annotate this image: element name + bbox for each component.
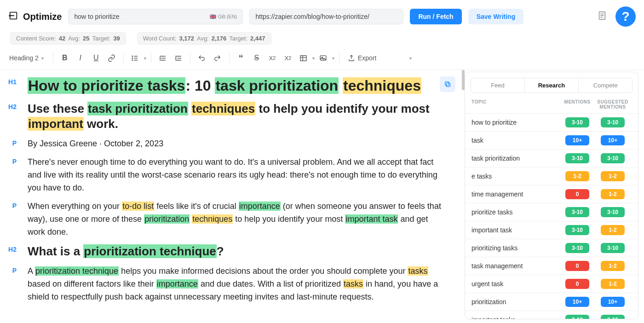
help-button[interactable]: ? xyxy=(615,6,636,27)
indent-button[interactable] xyxy=(156,51,170,65)
exit-icon[interactable] xyxy=(8,11,18,23)
svg-rect-8 xyxy=(446,83,450,87)
mentions-badge: 3-10 xyxy=(565,243,589,253)
topic-name: task prioritization xyxy=(472,155,561,162)
heading-2[interactable]: What is a prioritization technique? xyxy=(28,244,442,260)
topic-row[interactable]: time management01-2 xyxy=(465,185,638,203)
suggested-badge: 10+ xyxy=(601,135,625,145)
block-tag-h1: H1 xyxy=(3,76,17,86)
chevron-down-icon[interactable]: ▾ xyxy=(144,56,146,61)
superscript-button[interactable]: X2 xyxy=(281,51,295,65)
suggested-badge: 10+ xyxy=(601,297,625,307)
topic-row[interactable]: e tasks1-21-2 xyxy=(465,167,638,185)
mentions-badge: 10+ xyxy=(565,135,589,145)
bullet-list-button[interactable] xyxy=(128,51,142,65)
topic-row[interactable]: task management01-2 xyxy=(465,257,638,275)
topic-row[interactable]: task10+10+ xyxy=(465,131,638,149)
topic-name: prioritize tasks xyxy=(472,208,561,216)
suggested-badge: 3-10 xyxy=(601,153,625,163)
topic-name: urgent task xyxy=(472,280,561,288)
bold-button[interactable]: B xyxy=(58,51,72,65)
topic-row[interactable]: important tasks3-103-10 xyxy=(465,311,638,319)
mentions-badge: 1-2 xyxy=(565,171,589,181)
block-tag-p: P xyxy=(3,200,17,209)
stats-row: Content Score:42 Avg:25 Target:39 Word C… xyxy=(0,31,644,48)
chevron-down-icon[interactable]: ▾ xyxy=(409,56,412,61)
tab-research[interactable]: Research xyxy=(525,78,579,92)
tab-feed[interactable]: Feed xyxy=(471,78,525,92)
byline[interactable]: By Jessica Greene · October 2, 2023 xyxy=(28,138,442,150)
topic-row[interactable]: prioritizing tasks3-103-10 xyxy=(465,239,638,257)
svg-point-2 xyxy=(132,56,132,56)
suggested-badge: 1-2 xyxy=(601,279,625,289)
col-mentions: MENTIONS xyxy=(561,99,594,110)
quote-button[interactable]: “ xyxy=(234,51,248,65)
suggested-badge: 1-2 xyxy=(601,171,625,181)
topic-row[interactable]: prioritize tasks3-103-10 xyxy=(465,203,638,221)
mentions-badge: 3-10 xyxy=(565,153,589,163)
col-suggested: SUGGESTED MENTIONS xyxy=(594,99,632,110)
chevron-down-icon[interactable]: ▾ xyxy=(332,56,334,61)
topic-name: task xyxy=(472,137,561,144)
keyword-value: how to prioritize xyxy=(74,13,119,20)
app-title: Optimize xyxy=(23,12,62,22)
topic-name: prioritization xyxy=(472,298,561,306)
suggested-badge: 3-10 xyxy=(601,207,625,217)
undo-button[interactable] xyxy=(195,51,209,65)
run-fetch-button[interactable]: Run / Fetch xyxy=(410,9,461,24)
locale-badge: 🇬🇧 GB (EN) xyxy=(210,14,237,20)
heading-2[interactable]: Use these task prioritization techniques… xyxy=(28,101,442,133)
tab-compete[interactable]: Compete xyxy=(579,78,632,92)
paragraph[interactable]: When everything on your to-do list feels… xyxy=(28,200,442,239)
save-writing-button[interactable]: Save Writing xyxy=(468,9,524,24)
chevron-down-icon: ▾ xyxy=(41,56,44,61)
topic-name: time management xyxy=(472,190,561,198)
suggested-badge: 3-10 xyxy=(601,243,625,253)
top-bar: Optimize how to prioritize 🇬🇧 GB (EN) ht… xyxy=(0,0,644,31)
paragraph[interactable]: There's never enough time to do everythi… xyxy=(28,156,442,195)
url-input[interactable]: https://zapier.com/blog/how-to-prioritiz… xyxy=(249,9,403,24)
chevron-down-icon[interactable]: ▾ xyxy=(312,56,315,61)
col-topic: TOPIC xyxy=(472,99,561,110)
mentions-badge: 3-10 xyxy=(565,315,589,319)
keyword-input[interactable]: how to prioritize 🇬🇧 GB (EN) xyxy=(68,9,243,24)
editor-column[interactable]: H1 How to prioritize tasks: 10 task prio… xyxy=(0,70,465,323)
redo-button[interactable] xyxy=(211,51,224,65)
block-tag-p: P xyxy=(3,138,17,147)
copy-button[interactable] xyxy=(440,76,455,92)
block-tag-p: P xyxy=(3,265,17,274)
topic-row[interactable]: urgent task01-2 xyxy=(465,275,638,293)
topic-name: prioritizing tasks xyxy=(472,244,561,252)
main-area: H1 How to prioritize tasks: 10 task prio… xyxy=(0,70,644,323)
table-button[interactable] xyxy=(297,51,310,65)
app-title-wrap: Optimize xyxy=(8,11,62,23)
topic-row[interactable]: prioritization10+10+ xyxy=(465,293,638,311)
notes-icon[interactable] xyxy=(597,10,607,23)
topic-row[interactable]: how to prioritize3-103-10 xyxy=(465,113,638,131)
word-count-pill[interactable]: Word Count:3,172 Avg:2,176 Target:2,447 xyxy=(137,32,271,45)
topic-list[interactable]: how to prioritize3-103-10task10+10+task … xyxy=(465,113,638,319)
svg-rect-9 xyxy=(445,82,449,86)
export-button[interactable]: Export xyxy=(344,52,380,63)
mentions-badge: 3-10 xyxy=(565,117,589,127)
mentions-badge: 0 xyxy=(565,261,589,271)
outdent-button[interactable] xyxy=(172,51,185,65)
subscript-button[interactable]: X2 xyxy=(265,51,279,65)
block-tag-h2: H2 xyxy=(3,244,17,253)
scrollbar[interactable] xyxy=(462,70,465,90)
mentions-badge: 10+ xyxy=(565,297,589,307)
underline-button[interactable]: U xyxy=(89,51,103,65)
link-button[interactable] xyxy=(105,51,119,65)
italic-button[interactable]: I xyxy=(74,51,87,65)
image-button[interactable] xyxy=(316,51,330,65)
research-sidebar: Feed Research Compete TOPIC MENTIONS SUG… xyxy=(465,72,638,319)
topic-row[interactable]: task prioritization3-103-10 xyxy=(465,149,638,167)
heading-1[interactable]: How to prioritize tasks: 10 task priorit… xyxy=(28,76,425,96)
heading-select[interactable]: Heading 2▾ xyxy=(5,52,48,63)
topic-row[interactable]: important task3-101-2 xyxy=(465,221,638,239)
paragraph[interactable]: A prioritization technique helps you mak… xyxy=(28,265,442,304)
content-score-pill[interactable]: Content Score:42 Avg:25 Target:39 xyxy=(10,32,126,45)
right-icons: ? xyxy=(597,6,636,27)
strikethrough-button[interactable]: S xyxy=(250,51,264,65)
topic-name: how to prioritize xyxy=(472,119,561,126)
